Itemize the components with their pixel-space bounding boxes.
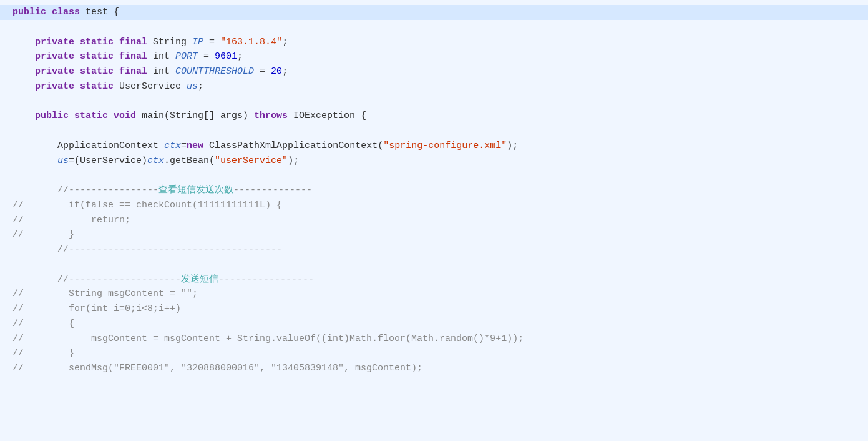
- code-token: ClassPathXmlApplicationContext(: [203, 141, 383, 151]
- code-token: -----------------: [218, 274, 314, 285]
- code-token: new: [187, 141, 203, 151]
- code-token: int: [147, 66, 175, 77]
- code-token: String: [147, 37, 192, 47]
- code-line: //----------------查看短信发送次数--------------: [0, 183, 868, 198]
- code-token: "spring-configure.xml": [383, 141, 507, 151]
- code-token: "163.1.8.4": [220, 37, 282, 47]
- code-token: ;: [198, 81, 203, 92]
- code-token: ctx: [164, 141, 181, 151]
- code-token: [12, 37, 35, 47]
- code-line: private static final String IP = "163.1.…: [0, 35, 868, 50]
- code-line: public class test {: [0, 5, 868, 20]
- code-token: "userService": [215, 156, 288, 166]
- code-line: // {: [0, 317, 868, 332]
- code-token: // {: [12, 319, 74, 329]
- code-token: =: [203, 37, 220, 47]
- code-line: [0, 168, 868, 183]
- code-token: // String msgContent = "";: [12, 289, 198, 299]
- code-token: int: [147, 51, 175, 62]
- code-line: ApplicationContext ctx=new ClassPathXmlA…: [0, 139, 868, 154]
- code-line: //--------------------发送短信--------------…: [0, 272, 868, 287]
- code-token: [12, 66, 35, 77]
- code-token: //--------------------: [57, 274, 181, 285]
- code-token: [12, 81, 35, 92]
- code-token: );: [288, 156, 299, 166]
- code-line: private static final int COUNTTHRESHOLD …: [0, 64, 868, 79]
- code-token: =: [254, 66, 271, 77]
- code-line: private static final int PORT = 9601;: [0, 49, 868, 64]
- code-editor: public class test { private static final…: [0, 0, 868, 441]
- code-token: //--------------------------------------: [57, 244, 282, 255]
- code-token: us: [57, 156, 69, 166]
- code-token: // msgContent = msgContent + String.valu…: [12, 334, 524, 344]
- code-token: 发送短信: [181, 274, 218, 285]
- code-line: // if(false == checkCount(11111111111L) …: [0, 198, 868, 213]
- code-token: // sendMsg("FREE0001", "320888000016", "…: [12, 363, 422, 374]
- code-token: // }: [12, 348, 74, 359]
- code-token: =: [181, 141, 187, 151]
- code-token: ;: [282, 37, 288, 47]
- code-token: private static final: [35, 51, 147, 62]
- code-token: main(String[] args): [136, 111, 254, 121]
- code-line: [0, 124, 868, 139]
- code-line: // msgContent = msgContent + String.valu…: [0, 332, 868, 347]
- code-token: private static: [35, 81, 114, 92]
- code-token: // if(false == checkCount(11111111111L) …: [12, 200, 282, 211]
- code-token: // }: [12, 229, 74, 240]
- code-line: // }: [0, 346, 868, 361]
- code-token: =(UserService): [69, 156, 147, 166]
- code-token: // for(int i=0;i<8;i++): [12, 304, 181, 314]
- code-token: public class: [12, 7, 80, 17]
- code-content: public class test { private static final…: [0, 0, 868, 381]
- code-token: [12, 244, 57, 255]
- code-token: =: [198, 51, 215, 62]
- code-line: // String msgContent = "";: [0, 287, 868, 302]
- code-token: ApplicationContext: [12, 141, 164, 151]
- code-token: public static void: [35, 111, 136, 121]
- code-line: // return;: [0, 213, 868, 228]
- code-line: [0, 20, 868, 35]
- code-token: ;: [282, 66, 288, 77]
- code-line: // }: [0, 227, 868, 242]
- code-line: // sendMsg("FREE0001", "320888000016", "…: [0, 361, 868, 376]
- code-line: [0, 257, 868, 272]
- code-line: //--------------------------------------: [0, 242, 868, 257]
- code-token: );: [507, 141, 518, 151]
- code-token: [12, 156, 57, 166]
- code-token: us: [187, 81, 198, 92]
- code-token: ctx: [147, 156, 164, 166]
- code-line: [0, 94, 868, 109]
- code-token: .getBean(: [164, 156, 215, 166]
- code-line: // for(int i=0;i<8;i++): [0, 302, 868, 317]
- code-token: throws: [254, 111, 288, 121]
- code-token: IP: [192, 37, 203, 47]
- code-line: private static UserService us;: [0, 79, 868, 94]
- code-token: COUNTTHRESHOLD: [175, 66, 254, 77]
- code-token: [12, 274, 57, 285]
- code-token: 查看短信发送次数: [158, 185, 233, 196]
- code-token: [12, 111, 35, 121]
- code-token: // return;: [12, 215, 130, 225]
- code-token: 9601: [215, 51, 237, 62]
- code-line: us=(UserService)ctx.getBean("userService…: [0, 154, 868, 169]
- code-token: PORT: [175, 51, 198, 62]
- code-token: UserService: [114, 81, 187, 92]
- code-token: --------------: [233, 185, 312, 196]
- code-token: private static final: [35, 66, 147, 77]
- code-token: IOException {: [288, 111, 366, 121]
- code-token: //----------------: [57, 185, 158, 196]
- code-line: public static void main(String[] args) t…: [0, 109, 868, 124]
- code-token: test {: [80, 7, 119, 17]
- code-token: 20: [271, 66, 282, 77]
- code-token: [12, 185, 57, 196]
- code-token: [12, 51, 35, 62]
- code-token: private static final: [35, 37, 147, 47]
- code-token: ;: [237, 51, 243, 62]
